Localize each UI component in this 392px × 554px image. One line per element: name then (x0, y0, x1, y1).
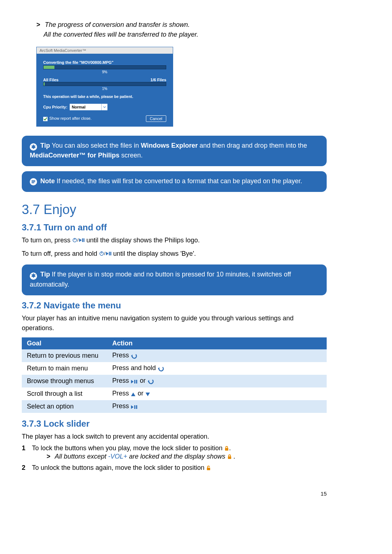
down-icon (145, 390, 150, 398)
back-icon (131, 352, 138, 360)
dialog-titlebar: ArcSoft MediaConverter™ (37, 47, 173, 54)
tip1-b2: MediaConverter™ for Philips (30, 152, 119, 159)
patience-text: This operation will take a while, please… (43, 94, 166, 99)
converting-pct: 9% (43, 70, 166, 74)
all-files-progressbar (43, 82, 166, 86)
svg-rect-14 (136, 380, 137, 383)
svg-rect-19 (207, 468, 210, 470)
turn-on-post: until the display shows the Philips logo… (86, 237, 200, 244)
svg-rect-12 (110, 252, 111, 255)
cpu-priority-label: Cpu Priority: (43, 105, 68, 109)
back-icon (147, 378, 155, 385)
lock-closed-icon (224, 445, 229, 453)
intro-line1: The progress of conversion and transfer … (45, 21, 190, 28)
show-report-checkbox[interactable]: Show report after close. (43, 116, 91, 121)
tip2-lead: Tip (40, 271, 50, 278)
tip-icon: ✱ (30, 272, 37, 280)
tip2-text: If the player is in stop mode and no but… (30, 271, 291, 288)
goal-cell: Return to main menu (22, 362, 107, 375)
intro-block: > The progress of conversion and transfe… (36, 20, 327, 40)
step-number: 1 (22, 444, 27, 452)
svg-rect-7 (83, 238, 85, 242)
intro-line2: All the converted files will be transfer… (44, 31, 199, 38)
lock-intro: The player has a lock switch to prevent … (22, 432, 327, 442)
svg-rect-15 (134, 405, 135, 409)
power-playpause-icon: / (72, 236, 85, 246)
svg-rect-17 (225, 448, 228, 451)
turn-off-pre: To turn off, press and hold (22, 250, 99, 257)
converting-label: Converting the file "MOV00800.MPG" (43, 60, 166, 65)
tip1-t2: and then drag and drop them into the (198, 142, 307, 149)
lock-display-icon (227, 454, 232, 461)
table-row: Scroll through a list Press or (22, 387, 327, 400)
turn-off-post: until the display shows 'Bye'. (113, 250, 196, 257)
section-3-7-title: 3.7 Enjoy (22, 202, 327, 217)
cpu-priority-select[interactable]: Normal (70, 104, 107, 110)
svg-rect-16 (136, 405, 137, 409)
action-cell: Press (107, 400, 327, 413)
section-3-7-3-title: 3.7.3 Lock slider (22, 419, 327, 429)
goal-cell: Return to previous menu (22, 349, 107, 362)
checkbox-icon (43, 117, 48, 121)
svg-rect-6 (82, 238, 83, 242)
action-cell: Press and hold (107, 362, 327, 375)
page-number: 15 (22, 491, 327, 497)
back-icon (158, 365, 165, 373)
power-playpause-icon: / (99, 250, 111, 259)
note-callout: Note If needed, the files will first be … (22, 171, 327, 192)
svg-rect-13 (134, 380, 135, 383)
tip-callout-2: ✱ Tip If the player is in stop mode and … (22, 264, 327, 295)
mediaconverter-dialog: ArcSoft MediaConverter™ Converting the f… (36, 47, 173, 127)
chevron-down-icon (101, 104, 107, 110)
step1-sub-post: are locked and the display shows (127, 453, 227, 460)
step1-sub-pre: All buttons except (55, 453, 108, 460)
note-lead: Note (40, 177, 55, 185)
svg-text:/: / (77, 238, 79, 243)
table-row: Select an option Press (22, 400, 327, 413)
goal-cell: Select an option (22, 400, 107, 413)
tip-lead: Tip (40, 142, 50, 149)
goal-cell: Browse through menus (22, 375, 107, 387)
action-cell: Press or (107, 387, 327, 400)
greater-than-icon: > (46, 453, 50, 460)
greater-than-icon: > (36, 21, 40, 28)
col-goal: Goal (22, 337, 107, 349)
action-cell: Press (107, 349, 327, 362)
table-row: Browse through menus Press or (22, 375, 327, 387)
playpause-icon (131, 378, 138, 385)
step1-text: To lock the buttons when you play, move … (32, 444, 224, 452)
playpause-icon (131, 403, 138, 411)
tip1-t1: You can also select the files in (52, 142, 141, 149)
turn-on-pre: To turn on, press (22, 237, 72, 244)
table-row: Return to previous menu Press (22, 349, 327, 362)
all-files-label: All Files (43, 78, 58, 82)
navigation-table: Goal Action Return to previous menu Pres… (22, 337, 327, 413)
tip-icon: ✱ (30, 143, 37, 151)
section-3-7-1-title: 3.7.1 Turn on and off (22, 222, 327, 233)
step-number: 2 (22, 464, 27, 472)
all-files-count: 1/6 Files (151, 78, 166, 82)
svg-rect-18 (228, 456, 231, 459)
step2-text: To unlock the buttons again, move the lo… (32, 464, 206, 471)
table-row: Return to main menu Press and hold (22, 362, 327, 375)
cpu-priority-value: Normal (72, 105, 86, 109)
tip-callout-1: ✱ Tip You can also select the files in W… (22, 136, 327, 166)
tip1-t3: screen. (119, 152, 143, 159)
navigate-intro: Your player has an intuitive menu naviga… (22, 313, 327, 333)
cancel-button[interactable]: Cancel (146, 115, 166, 122)
note-text: If needed, the files will first be conve… (55, 177, 302, 185)
action-cell: Press or (107, 375, 327, 387)
up-icon (131, 390, 136, 398)
svg-rect-11 (109, 252, 110, 255)
goal-cell: Scroll through a list (22, 387, 107, 400)
svg-text:/: / (104, 251, 106, 256)
show-report-label: Show report after close. (49, 116, 91, 120)
col-action: Action (107, 337, 327, 349)
note-icon (30, 178, 37, 185)
turn-off-line: To turn off, press and hold / until the … (22, 249, 327, 259)
tip1-b1: Windows Explorer (141, 142, 198, 149)
vol-label: -VOL+ (108, 453, 127, 460)
lock-open-icon (206, 465, 211, 472)
turn-on-line: To turn on, press / until the display sh… (22, 235, 327, 246)
converting-progressbar (43, 65, 166, 69)
